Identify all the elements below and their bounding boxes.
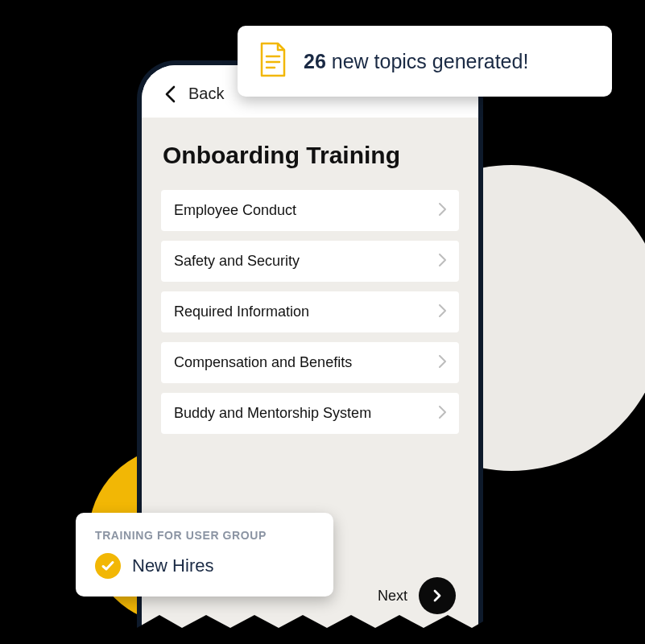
chevron-right-circle-icon — [419, 577, 456, 614]
generated-topics-callout: 26 new topics generated! — [238, 26, 612, 97]
next-button[interactable]: Next — [378, 577, 456, 614]
topic-row[interactable]: Buddy and Mentorship System — [161, 393, 459, 434]
callout-rest: new topics generated! — [326, 50, 529, 72]
user-group-value: New Hires — [132, 555, 213, 576]
user-group-row: New Hires — [95, 553, 314, 579]
chevron-right-icon — [439, 304, 446, 320]
back-button-label[interactable]: Back — [188, 85, 224, 103]
chevron-right-icon — [439, 203, 446, 219]
chevron-right-icon — [439, 355, 446, 371]
topic-row[interactable]: Employee Conduct — [161, 190, 459, 231]
topic-label: Compensation and Benefits — [174, 354, 352, 371]
topic-label: Employee Conduct — [174, 202, 296, 219]
next-button-label: Next — [378, 588, 407, 605]
topic-row[interactable]: Safety and Security — [161, 241, 459, 282]
user-group-card: TRAINING FOR USER GROUP New Hires — [76, 513, 333, 597]
topic-row[interactable]: Required Information — [161, 291, 459, 332]
topic-label: Safety and Security — [174, 253, 300, 270]
user-group-heading: TRAINING FOR USER GROUP — [95, 529, 314, 542]
topic-row[interactable]: Compensation and Benefits — [161, 342, 459, 383]
topic-label: Buddy and Mentorship System — [174, 405, 371, 422]
document-icon — [258, 42, 287, 80]
check-circle-icon — [95, 553, 121, 579]
callout-text: 26 new topics generated! — [304, 50, 528, 73]
topic-label: Required Information — [174, 303, 309, 320]
callout-count: 26 — [304, 50, 326, 72]
page-title: Onboarding Training — [163, 142, 459, 169]
chevron-right-icon — [439, 254, 446, 270]
chevron-left-icon[interactable] — [164, 85, 176, 103]
chevron-right-icon — [439, 406, 446, 422]
topic-list: Employee Conduct Safety and Security Req… — [161, 190, 459, 434]
